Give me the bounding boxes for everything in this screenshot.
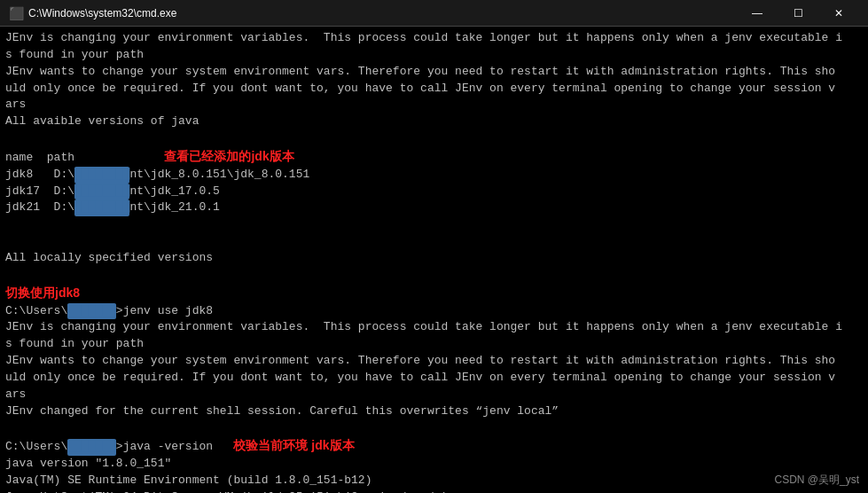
terminal-line [5,233,863,250]
minimize-button[interactable]: — [737,0,778,27]
terminal-line: All locally specified versions [5,250,863,267]
terminal-line: ars [5,97,863,113]
terminal-line: Java HotSpot(TM) 64-Bit Server VM (build… [5,489,863,493]
terminal-line: JEnv is changing your environment variab… [5,319,863,336]
terminal-line: 切换使用jdk8 [5,284,863,303]
blurred-username: ███████ [67,303,116,320]
terminal-line: uld only once be required. If you dont w… [5,370,863,387]
terminal-line: JEnv wants to change your system environ… [5,64,863,81]
title-bar: ⬛ C:\Windows\system32\cmd.exe — ☐ ✕ [0,0,868,27]
watermark: CSDN @吴明_yst [774,473,859,488]
close-button[interactable]: ✕ [818,0,859,27]
terminal-line [5,216,863,233]
terminal-line: JEnv wants to change your system environ… [5,353,863,370]
terminal-line [5,267,863,284]
terminal-line: Java(TM) SE Runtime Environment (build 1… [5,473,863,489]
blurred-path: ████████ [74,167,129,184]
terminal-line: C:\Users\███████>jenv use jdk8 [5,303,863,320]
blurred-path: ████████ [74,184,129,200]
terminal-line: name path 查看已经添加的jdk版本 [5,147,863,167]
terminal-line: s found in your path [5,47,863,64]
maximize-button[interactable]: ☐ [778,0,818,27]
terminal-line: uld only once be required. If you dont w… [5,81,863,98]
blurred-username: ███████ [67,439,116,456]
terminal-line: JEnv is changing your environment variab… [5,30,863,47]
cmd-icon: ⬛ [9,6,23,20]
terminal-line [5,130,863,147]
blurred-path: ████████ [74,200,129,216]
terminal-line: jdk17 D:\████████nt\jdk_17.0.5 [5,184,863,200]
terminal-line: C:\Users\███████>java -version 校验当前环境 jd… [5,436,863,456]
terminal-line: ars [5,387,863,403]
terminal-line: s found in your path [5,336,863,353]
terminal-output: JEnv is changing your environment variab… [0,27,868,493]
window-controls: — ☐ ✕ [737,0,859,27]
terminal-line: java version "1.8.0_151" [5,456,863,473]
terminal-line [5,419,863,436]
terminal-line: jdk8 D:\████████nt\jdk_8.0.151\jdk_8.0.1… [5,167,863,184]
terminal-line: All avaible versions of java [5,113,863,130]
window-title: C:\Windows\system32\cmd.exe [28,7,737,20]
terminal-line: JEnv changed for the current shell sessi… [5,403,863,420]
terminal-line: jdk21 D:\████████nt\jdk_21.0.1 [5,200,863,216]
